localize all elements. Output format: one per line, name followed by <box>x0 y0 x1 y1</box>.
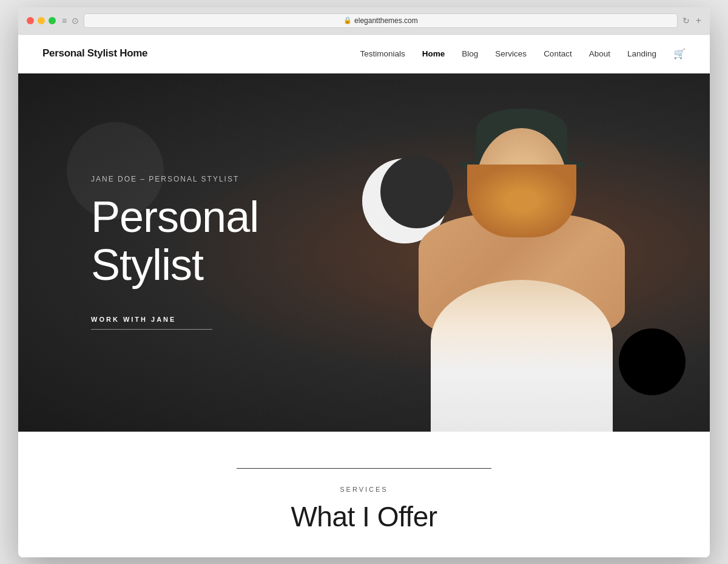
hero-cta-button[interactable]: WORK WITH JANE <box>91 316 212 330</box>
hero-section: JANE DOE – PERSONAL STYLIST Personal Sty… <box>18 73 710 432</box>
person-hair <box>467 165 576 237</box>
browser-toolbar: ≡ ⊙ 🔒 elegantthemes.com ↻ <box>62 13 690 28</box>
hero-subtitle: JANE DOE – PERSONAL STYLIST <box>91 175 258 183</box>
hero-title: Personal Stylist <box>91 193 258 289</box>
maximize-button[interactable] <box>49 17 56 24</box>
person-torso <box>431 280 613 432</box>
services-section: SERVICES What I Offer <box>18 432 710 557</box>
nav-item-services[interactable]: Services <box>495 49 527 58</box>
browser-nav-icons: ≡ ⊙ <box>62 16 79 25</box>
nav-item-contact[interactable]: Contact <box>544 49 572 58</box>
cart-icon[interactable]: 🛒 <box>673 48 686 59</box>
services-title: What I Offer <box>42 500 686 533</box>
person-figure <box>406 104 637 432</box>
reader-icon[interactable]: ≡ <box>62 16 67 25</box>
minimize-button[interactable] <box>38 17 45 24</box>
nav-item-landing[interactable]: Landing <box>627 49 656 58</box>
site-logo[interactable]: Personal Stylist Home <box>42 47 147 59</box>
website-content: Personal Stylist Home Testimonials Home … <box>18 35 710 557</box>
browser-chrome: ≡ ⊙ 🔒 elegantthemes.com ↻ + <box>18 7 710 35</box>
hero-title-line2: Stylist <box>91 240 203 289</box>
services-label: SERVICES <box>42 486 686 493</box>
hero-person-image <box>370 86 673 432</box>
nav-item-home[interactable]: Home <box>422 49 445 58</box>
ssl-lock-icon: 🔒 <box>343 16 352 24</box>
address-bar[interactable]: 🔒 elegantthemes.com <box>84 13 677 28</box>
nav-item-blog[interactable]: Blog <box>462 49 478 58</box>
site-header: Personal Stylist Home Testimonials Home … <box>18 35 710 73</box>
services-divider <box>237 468 491 469</box>
new-tab-button[interactable]: + <box>696 15 701 26</box>
browser-right-icons: ↻ <box>682 16 690 25</box>
close-button[interactable] <box>27 17 34 24</box>
url-text: elegantthemes.com <box>354 16 418 25</box>
hero-title-line1: Personal <box>91 192 258 241</box>
share-icon[interactable]: ⊙ <box>72 16 79 25</box>
site-nav: Testimonials Home Blog Services Contact … <box>360 48 686 59</box>
nav-item-about[interactable]: About <box>589 49 610 58</box>
refresh-icon[interactable]: ↻ <box>682 16 690 25</box>
browser-window: ≡ ⊙ 🔒 elegantthemes.com ↻ + Personal Sty… <box>18 7 710 557</box>
nav-item-testimonials[interactable]: Testimonials <box>360 49 405 58</box>
traffic-lights <box>27 17 56 24</box>
hero-content: JANE DOE – PERSONAL STYLIST Personal Sty… <box>18 175 258 330</box>
